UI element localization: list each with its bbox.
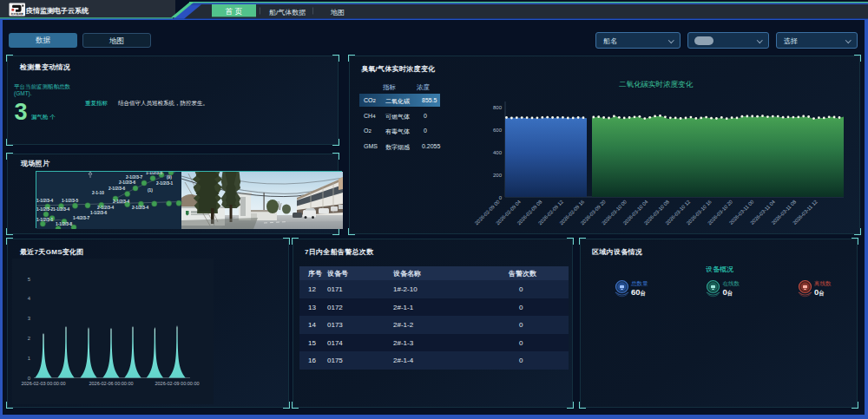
svg-text:2026-02-03 00:00:00: 2026-02-03 00:00:00 [21,381,65,386]
svg-text:(1): (1) [148,188,153,193]
svg-text:2-1/2/3-6: 2-1/2/3-6 [119,180,136,185]
svg-text:1-1/2/3-4: 1-1/2/3-4 [53,207,70,212]
svg-text:2026-02-06 00:00:00: 2026-02-06 00:00:00 [89,381,133,386]
svg-text:600: 600 [493,128,503,133]
svg-text:1-1/2/3-5: 1-1/2/3-5 [62,199,79,203]
svg-text:1-1/2/3-5: 1-1/2/3-5 [146,172,163,175]
svg-text:800: 800 [493,105,503,110]
svg-text:红外热成像: 红外热成像 [10,12,23,16]
svg-text:1-1/2/3-6: 1-1/2/3-6 [90,211,108,215]
svg-text:1-1/2/3-8: 1-1/2/3-8 [56,222,73,226]
svg-text:1-1/2/3-2: 1-1/2/3-2 [36,207,54,212]
svg-text:2-1/2/3-4: 2-1/2/3-4 [113,200,130,204]
svg-text:2026-02-09 00:00:00: 2026-02-09 00:00:00 [155,381,199,386]
svg-text:2-1/2/3-1: 2-1/2/3-1 [156,181,174,186]
svg-text:400: 400 [493,150,503,155]
svg-text:2-1-10: 2-1-10 [92,191,104,195]
svg-text:2-1/2/3-6: 2-1/2/3-6 [108,187,126,191]
svg-text:0: 0 [499,195,503,200]
svg-text:2-1/2/3-4: 2-1/2/3-4 [97,206,115,210]
svg-text:200: 200 [493,173,503,178]
svg-text:1-4/2/3-7: 1-4/2/3-7 [73,216,90,220]
svg-text:2-1/2/3-7: 2-1/2/3-7 [126,175,143,180]
svg-text:1-1/2/3-1: 1-1/2/3-1 [36,218,54,222]
svg-text:1-1/2/3-4: 1-1/2/3-4 [36,199,54,203]
svg-text:2-1/2/3-4: 2-1/2/3-4 [132,206,149,210]
svg-text:(9): (9) [167,175,172,180]
